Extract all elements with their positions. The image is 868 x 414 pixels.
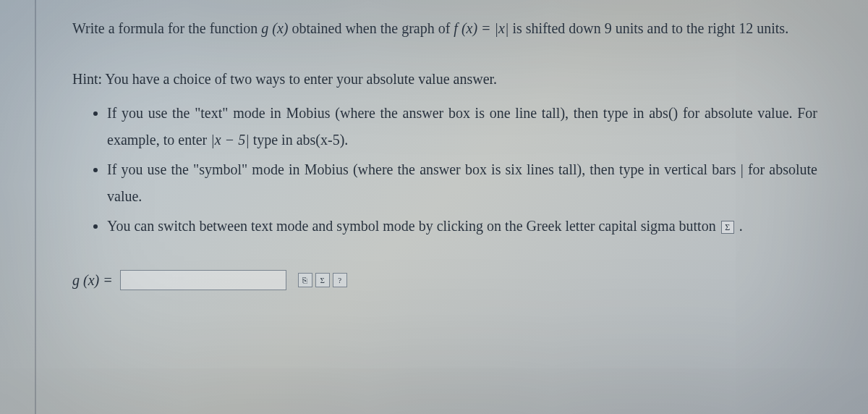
answer-toolbar: ⎘ Σ ? — [298, 273, 347, 287]
answer-label: g (x) = — [72, 272, 113, 289]
question-pre: Write a formula for the function — [72, 20, 261, 36]
question-mid1: obtained when the graph of — [292, 20, 454, 36]
question-g-of-x: g (x) — [261, 20, 288, 36]
hint-list: If you use the "text" mode in Mobius (wh… — [72, 100, 817, 240]
preview-icon[interactable]: ⎘ — [298, 273, 312, 287]
question-text: Write a formula for the function g (x) o… — [72, 14, 817, 42]
question-down-units: 9 — [605, 20, 612, 36]
hint1-b: type in abs(x-5). — [253, 132, 349, 148]
hint-item-3: You can switch between text mode and sym… — [107, 213, 817, 240]
hint3-a: You can switch between text mode and sym… — [107, 218, 720, 234]
help-icon[interactable]: ? — [333, 273, 347, 287]
sigma-icon[interactable]: Σ — [315, 273, 330, 287]
answer-row: g (x) = ⎘ Σ ? — [72, 270, 817, 290]
problem-page: Write a formula for the function g (x) o… — [29, 0, 854, 414]
question-right-units: 12 — [739, 20, 753, 36]
question-mid3: units and to the right — [616, 20, 739, 36]
hint-item-1: If you use the "text" mode in Mobius (wh… — [107, 100, 817, 153]
answer-input[interactable] — [120, 270, 286, 290]
question-mid4: units. — [757, 20, 788, 36]
hint-lead: Hint: You have a choice of two ways to e… — [72, 65, 817, 93]
hint3-b: . — [739, 218, 743, 234]
hint1-math: |x − 5| — [210, 132, 249, 148]
question-f-expr: f (x) = |x| — [454, 20, 509, 36]
question-mid2: is shifted down — [512, 20, 604, 36]
hint-item-2: If you use the "symbol" mode in Mobius (… — [107, 156, 817, 210]
sigma-mode-icon: Σ — [721, 221, 734, 234]
